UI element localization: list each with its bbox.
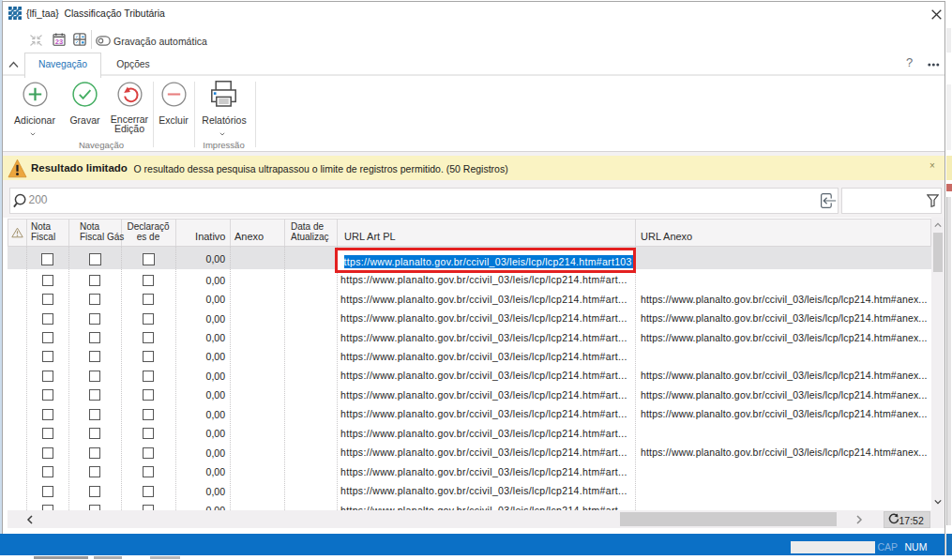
svg-text:23: 23 xyxy=(55,38,63,46)
